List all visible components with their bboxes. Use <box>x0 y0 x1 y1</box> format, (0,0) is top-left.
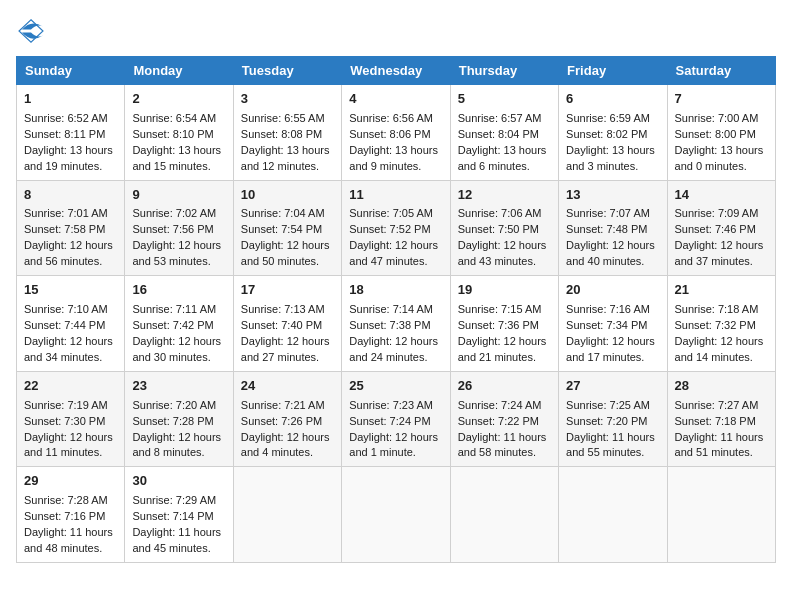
calendar-cell: 20Sunrise: 7:16 AMSunset: 7:34 PMDayligh… <box>559 276 667 372</box>
day-info: Sunset: 8:04 PM <box>458 128 539 140</box>
day-info: Sunset: 7:48 PM <box>566 223 647 235</box>
day-info: Sunset: 7:58 PM <box>24 223 105 235</box>
day-number: 9 <box>132 186 225 205</box>
calendar-cell: 25Sunrise: 7:23 AMSunset: 7:24 PMDayligh… <box>342 371 450 467</box>
day-info: and 3 minutes. <box>566 160 638 172</box>
day-info: Sunset: 7:50 PM <box>458 223 539 235</box>
day-info: Sunrise: 7:02 AM <box>132 207 216 219</box>
calendar-cell: 23Sunrise: 7:20 AMSunset: 7:28 PMDayligh… <box>125 371 233 467</box>
day-number: 23 <box>132 377 225 396</box>
day-info: Sunrise: 7:13 AM <box>241 303 325 315</box>
day-info: Sunset: 8:10 PM <box>132 128 213 140</box>
day-info: and 24 minutes. <box>349 351 427 363</box>
day-info: Sunset: 8:06 PM <box>349 128 430 140</box>
calendar-cell: 1Sunrise: 6:52 AMSunset: 8:11 PMDaylight… <box>17 85 125 181</box>
day-info: Sunrise: 7:23 AM <box>349 399 433 411</box>
day-number: 4 <box>349 90 442 109</box>
logo-icon <box>16 16 46 46</box>
day-info: Daylight: 11 hours <box>458 431 547 443</box>
calendar-cell: 17Sunrise: 7:13 AMSunset: 7:40 PMDayligh… <box>233 276 341 372</box>
day-info: and 1 minute. <box>349 446 416 458</box>
weekday-header-thursday: Thursday <box>450 57 558 85</box>
day-info: Daylight: 12 hours <box>132 335 221 347</box>
calendar-cell: 13Sunrise: 7:07 AMSunset: 7:48 PMDayligh… <box>559 180 667 276</box>
day-number: 8 <box>24 186 117 205</box>
day-number: 26 <box>458 377 551 396</box>
day-info: Sunset: 7:16 PM <box>24 510 105 522</box>
day-info: Sunrise: 7:05 AM <box>349 207 433 219</box>
calendar-cell: 16Sunrise: 7:11 AMSunset: 7:42 PMDayligh… <box>125 276 233 372</box>
day-number: 18 <box>349 281 442 300</box>
calendar-cell: 8Sunrise: 7:01 AMSunset: 7:58 PMDaylight… <box>17 180 125 276</box>
day-info: Daylight: 12 hours <box>458 239 547 251</box>
weekday-header-wednesday: Wednesday <box>342 57 450 85</box>
day-info: and 48 minutes. <box>24 542 102 554</box>
calendar-cell: 18Sunrise: 7:14 AMSunset: 7:38 PMDayligh… <box>342 276 450 372</box>
weekday-header-tuesday: Tuesday <box>233 57 341 85</box>
day-info: Sunset: 7:20 PM <box>566 415 647 427</box>
day-number: 22 <box>24 377 117 396</box>
day-info: and 55 minutes. <box>566 446 644 458</box>
day-info: Sunset: 7:44 PM <box>24 319 105 331</box>
day-info: Sunrise: 6:56 AM <box>349 112 433 124</box>
calendar-cell: 15Sunrise: 7:10 AMSunset: 7:44 PMDayligh… <box>17 276 125 372</box>
day-info: and 11 minutes. <box>24 446 102 458</box>
day-info: Sunset: 7:30 PM <box>24 415 105 427</box>
day-info: Daylight: 11 hours <box>132 526 221 538</box>
calendar-body: 1Sunrise: 6:52 AMSunset: 8:11 PMDaylight… <box>17 85 776 563</box>
day-info: and 50 minutes. <box>241 255 319 267</box>
calendar-cell: 2Sunrise: 6:54 AMSunset: 8:10 PMDaylight… <box>125 85 233 181</box>
day-info: and 14 minutes. <box>675 351 753 363</box>
day-info: Daylight: 11 hours <box>24 526 113 538</box>
weekday-header-friday: Friday <box>559 57 667 85</box>
calendar-cell: 14Sunrise: 7:09 AMSunset: 7:46 PMDayligh… <box>667 180 775 276</box>
day-info: Sunrise: 6:57 AM <box>458 112 542 124</box>
day-info: Daylight: 12 hours <box>132 239 221 251</box>
calendar-cell: 3Sunrise: 6:55 AMSunset: 8:08 PMDaylight… <box>233 85 341 181</box>
day-info: and 40 minutes. <box>566 255 644 267</box>
calendar-cell: 4Sunrise: 6:56 AMSunset: 8:06 PMDaylight… <box>342 85 450 181</box>
day-info: Sunset: 7:34 PM <box>566 319 647 331</box>
day-info: Sunrise: 7:10 AM <box>24 303 108 315</box>
day-info: and 37 minutes. <box>675 255 753 267</box>
day-info: and 8 minutes. <box>132 446 204 458</box>
day-number: 3 <box>241 90 334 109</box>
calendar-cell: 11Sunrise: 7:05 AMSunset: 7:52 PMDayligh… <box>342 180 450 276</box>
day-number: 1 <box>24 90 117 109</box>
calendar-week-5: 29Sunrise: 7:28 AMSunset: 7:16 PMDayligh… <box>17 467 776 563</box>
calendar-cell: 5Sunrise: 6:57 AMSunset: 8:04 PMDaylight… <box>450 85 558 181</box>
day-number: 29 <box>24 472 117 491</box>
day-info: and 45 minutes. <box>132 542 210 554</box>
day-info: and 17 minutes. <box>566 351 644 363</box>
day-number: 11 <box>349 186 442 205</box>
day-info: Sunrise: 7:21 AM <box>241 399 325 411</box>
day-info: Sunrise: 7:16 AM <box>566 303 650 315</box>
day-info: and 53 minutes. <box>132 255 210 267</box>
day-number: 6 <box>566 90 659 109</box>
day-number: 7 <box>675 90 768 109</box>
day-info: Daylight: 12 hours <box>349 239 438 251</box>
day-info: Sunset: 8:00 PM <box>675 128 756 140</box>
day-info: Sunset: 7:18 PM <box>675 415 756 427</box>
day-info: Sunrise: 7:20 AM <box>132 399 216 411</box>
day-info: Daylight: 13 hours <box>132 144 221 156</box>
day-number: 21 <box>675 281 768 300</box>
day-info: Sunrise: 7:09 AM <box>675 207 759 219</box>
day-info: and 4 minutes. <box>241 446 313 458</box>
day-number: 20 <box>566 281 659 300</box>
day-info: and 15 minutes. <box>132 160 210 172</box>
day-info: and 19 minutes. <box>24 160 102 172</box>
calendar-cell <box>342 467 450 563</box>
day-info: and 21 minutes. <box>458 351 536 363</box>
calendar-cell: 28Sunrise: 7:27 AMSunset: 7:18 PMDayligh… <box>667 371 775 467</box>
calendar-cell: 9Sunrise: 7:02 AMSunset: 7:56 PMDaylight… <box>125 180 233 276</box>
day-info: Sunset: 7:14 PM <box>132 510 213 522</box>
day-info: Sunrise: 7:01 AM <box>24 207 108 219</box>
day-info: Sunrise: 7:00 AM <box>675 112 759 124</box>
day-info: Sunset: 7:22 PM <box>458 415 539 427</box>
day-info: and 9 minutes. <box>349 160 421 172</box>
day-info: Sunrise: 7:18 AM <box>675 303 759 315</box>
calendar-cell: 12Sunrise: 7:06 AMSunset: 7:50 PMDayligh… <box>450 180 558 276</box>
day-number: 19 <box>458 281 551 300</box>
calendar-cell: 29Sunrise: 7:28 AMSunset: 7:16 PMDayligh… <box>17 467 125 563</box>
